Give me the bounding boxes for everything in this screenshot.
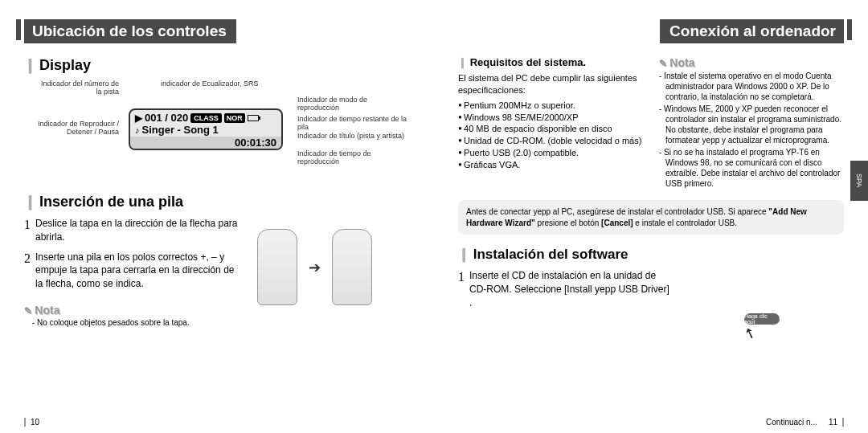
- req-item: Pentium 200MHz o superior.: [458, 100, 643, 112]
- req-item: Gráficas VGA.: [458, 159, 643, 171]
- page-footer-right: Continuaci n... 11: [766, 418, 844, 427]
- curved-arrow-icon: ➘: [741, 323, 759, 344]
- step-text: Inserte una pila en los polos correctos …: [35, 251, 241, 291]
- display-section-title: Display: [24, 56, 410, 74]
- nota-item: Si no se ha instalado el programa YP-T6 …: [659, 147, 844, 189]
- requirements-title: Requisitos del sistema.: [458, 56, 643, 68]
- info-text: presione el botón: [538, 219, 602, 227]
- step-text: Deslice la tapa en la dirección de la fl…: [35, 217, 241, 244]
- info-text: e instale el controlador USB.: [635, 219, 737, 227]
- lcd-track: 001 / 020: [145, 112, 188, 124]
- continued-text: Continuaci n...: [766, 418, 817, 427]
- display-diagram: Indicador del número de la pista indicad…: [24, 80, 410, 185]
- requirements-list: Pentium 200MHz o superior. Windows 98 SE…: [458, 100, 643, 171]
- header-accent: [847, 19, 852, 40]
- left-page: Ubicación de los controles Display Indic…: [0, 0, 434, 433]
- callout-title: Indicador de título (pista y artista): [297, 133, 404, 141]
- step-number: 2: [24, 251, 31, 291]
- lcd-row1: ▶ 001 / 020 CLASS NOR: [135, 112, 276, 124]
- req-item: 40 MB de espacio disponible en disco: [458, 123, 643, 135]
- lcd-song: Singer - Song 1: [142, 124, 219, 136]
- install-step-1: 1 Inserte el CD de instalación en la uni…: [458, 269, 844, 309]
- battery-icon: [248, 115, 259, 121]
- nota-label: Nota: [24, 304, 410, 317]
- nota-text: No coloque objetos pesados sobre la tapa…: [32, 318, 410, 327]
- callout-eq: indicador de Ecualizador, SRS: [161, 80, 259, 88]
- step-text: Inserte el CD de instalación en la unida…: [469, 269, 674, 309]
- callout-playtime: Indicador de tiempo de reproducción: [297, 150, 410, 166]
- callout-batt: Indicador de tiempo restante de la pila: [297, 116, 410, 132]
- arrow-icon: ➔: [309, 259, 321, 276]
- page-number-right: 11: [829, 418, 837, 427]
- req-item: Unidad de CD-ROM. (doble velocidad o más…: [458, 135, 643, 147]
- nota-item: Windows ME, 2000 y XP pueden reconocer e…: [659, 104, 844, 145]
- install-title: Instalación del software: [458, 246, 844, 263]
- info-text: Antes de conectar yepp al PC, asegúrese …: [466, 207, 767, 216]
- req-item: Windows 98 SE/ME/2000/XP: [458, 112, 643, 124]
- step-2: 2 Inserte una pila en los polos correcto…: [24, 251, 241, 291]
- header-bar-left: Ubicación de los controles: [8, 19, 426, 45]
- device-illustration: [332, 229, 372, 305]
- nota-list: Instale el sistema operativo en el modo …: [659, 71, 844, 189]
- step-1: 1 Deslice la tapa en la dirección de la …: [24, 217, 241, 244]
- right-header-title: Conexión al ordenador: [660, 19, 844, 43]
- battery-images: ➔: [257, 229, 372, 305]
- header-accent: [16, 19, 21, 40]
- play-icon: ▶: [135, 112, 142, 124]
- usb-info-box: Antes de conectar yepp al PC, asegúrese …: [458, 200, 844, 235]
- music-note-icon: ♪: [135, 125, 140, 135]
- click-here-illustration: Haga clic aquí ➘: [731, 305, 780, 341]
- header-bar-right: Conexión al ordenador: [442, 19, 860, 45]
- callout-playstatus: Indicador de Reproducir / Detener / Paus…: [24, 121, 119, 137]
- lcd-nor-badge: NOR: [224, 113, 245, 123]
- right-page: Conexión al ordenador Requisitos del sis…: [434, 0, 868, 433]
- language-tab: SPA: [850, 161, 868, 201]
- nota-item: Instale el sistema operativo en el modo …: [659, 71, 844, 102]
- lcd-screen: ▶ 001 / 020 CLASS NOR ♪ Singer - Song 1 …: [129, 108, 283, 150]
- lcd-time: 00:01:30: [130, 137, 281, 149]
- page-number-left: 10: [24, 418, 39, 427]
- step-number: 1: [458, 269, 465, 309]
- callout-track: Indicador del número de la pista: [39, 80, 119, 96]
- battery-section-title: Inserción de una pila: [24, 193, 410, 210]
- req-item: Puerto USB (2.0) compatible.: [458, 147, 643, 159]
- info-bold: [Cancel]: [601, 219, 633, 227]
- left-header-title: Ubicación de los controles: [24, 19, 236, 43]
- click-here-badge: Haga clic aquí: [744, 313, 780, 325]
- requirements-intro: El sistema del PC debe cumplir las sigui…: [458, 72, 643, 96]
- callout-playmode: Indicador de modo de reproducción: [297, 96, 410, 112]
- lcd-row2: ♪ Singer - Song 1: [135, 124, 276, 136]
- lcd-class-badge: CLASS: [190, 113, 222, 123]
- device-illustration: [257, 229, 297, 305]
- nota-label: Nota: [659, 56, 844, 69]
- step-number: 1: [24, 217, 31, 244]
